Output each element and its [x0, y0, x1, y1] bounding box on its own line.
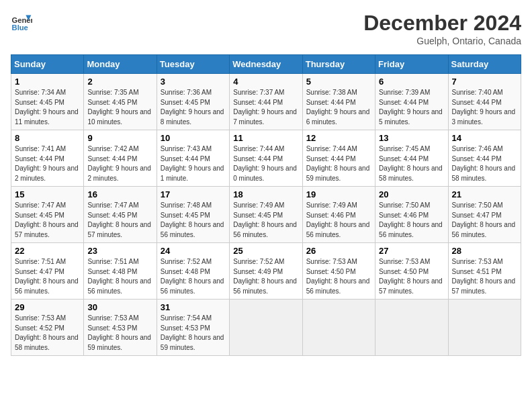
day-detail: Sunrise: 7:52 AMSunset: 4:49 PMDaylight:…: [233, 258, 297, 295]
calendar-week-2: 8 Sunrise: 7:41 AMSunset: 4:44 PMDayligh…: [11, 130, 521, 187]
calendar-cell: 25 Sunrise: 7:52 AMSunset: 4:49 PMDaylig…: [230, 243, 302, 300]
day-number: 4: [233, 77, 298, 87]
day-number: 5: [306, 77, 371, 87]
calendar-cell: 29 Sunrise: 7:53 AMSunset: 4:52 PMDaylig…: [11, 300, 84, 356]
calendar-cell: 18 Sunrise: 7:49 AMSunset: 4:45 PMDaylig…: [230, 187, 302, 243]
calendar-cell: 2 Sunrise: 7:35 AMSunset: 4:45 PMDayligh…: [84, 74, 157, 130]
page-header: General Blue December 2024 Guelph, Ontar…: [11, 11, 521, 46]
calendar-cell: 12 Sunrise: 7:44 AMSunset: 4:44 PMDaylig…: [302, 130, 375, 187]
calendar-body: 1 Sunrise: 7:34 AMSunset: 4:45 PMDayligh…: [11, 74, 521, 356]
calendar-cell: [302, 300, 375, 356]
day-detail: Sunrise: 7:40 AMSunset: 4:44 PMDaylight:…: [452, 89, 516, 126]
day-number: 27: [379, 246, 444, 256]
day-number: 9: [87, 133, 152, 143]
logo: General Blue: [11, 11, 32, 32]
day-detail: Sunrise: 7:49 AMSunset: 4:45 PMDaylight:…: [233, 201, 297, 238]
day-number: 23: [87, 246, 152, 256]
day-number: 19: [306, 189, 371, 199]
day-detail: Sunrise: 7:48 AMSunset: 4:45 PMDaylight:…: [161, 201, 224, 238]
calendar-cell: 7 Sunrise: 7:40 AMSunset: 4:44 PMDayligh…: [448, 74, 521, 130]
calendar-week-1: 1 Sunrise: 7:34 AMSunset: 4:45 PMDayligh…: [11, 74, 521, 130]
calendar-cell: 19 Sunrise: 7:49 AMSunset: 4:46 PMDaylig…: [302, 187, 375, 243]
day-detail: Sunrise: 7:42 AMSunset: 4:44 PMDaylight:…: [87, 145, 151, 182]
calendar-cell: 6 Sunrise: 7:39 AMSunset: 4:44 PMDayligh…: [375, 74, 448, 130]
day-detail: Sunrise: 7:47 AMSunset: 4:45 PMDaylight:…: [15, 201, 79, 238]
day-detail: Sunrise: 7:37 AMSunset: 4:44 PMDaylight:…: [233, 89, 297, 126]
calendar-cell: 16 Sunrise: 7:47 AMSunset: 4:45 PMDaylig…: [84, 187, 157, 243]
day-number: 22: [15, 246, 80, 256]
day-number: 11: [233, 133, 298, 143]
weekday-thursday: Thursday: [302, 55, 375, 74]
day-number: 15: [15, 189, 80, 199]
calendar-cell: [448, 300, 521, 356]
svg-text:Blue: Blue: [12, 24, 28, 32]
calendar-cell: 9 Sunrise: 7:42 AMSunset: 4:44 PMDayligh…: [84, 130, 157, 187]
calendar-table: SundayMondayTuesdayWednesdayThursdayFrid…: [11, 54, 521, 356]
calendar-cell: 14 Sunrise: 7:46 AMSunset: 4:44 PMDaylig…: [448, 130, 521, 187]
day-detail: Sunrise: 7:38 AMSunset: 4:44 PMDaylight:…: [306, 89, 370, 126]
day-number: 31: [161, 302, 226, 312]
day-number: 21: [452, 189, 517, 199]
day-number: 25: [233, 246, 298, 256]
weekday-friday: Friday: [375, 55, 448, 74]
weekday-monday: Monday: [84, 55, 157, 74]
day-detail: Sunrise: 7:51 AMSunset: 4:47 PMDaylight:…: [15, 258, 79, 295]
title-block: December 2024 Guelph, Ontario, Canada: [363, 11, 521, 46]
day-number: 16: [87, 189, 152, 199]
weekday-wednesday: Wednesday: [230, 55, 302, 74]
location: Guelph, Ontario, Canada: [363, 36, 521, 46]
day-detail: Sunrise: 7:51 AMSunset: 4:48 PMDaylight:…: [87, 258, 151, 295]
calendar-cell: 8 Sunrise: 7:41 AMSunset: 4:44 PMDayligh…: [11, 130, 84, 187]
day-detail: Sunrise: 7:44 AMSunset: 4:44 PMDaylight:…: [306, 145, 370, 182]
calendar-cell: 13 Sunrise: 7:45 AMSunset: 4:44 PMDaylig…: [375, 130, 448, 187]
calendar-cell: 21 Sunrise: 7:50 AMSunset: 4:47 PMDaylig…: [448, 187, 521, 243]
day-detail: Sunrise: 7:50 AMSunset: 4:46 PMDaylight:…: [379, 201, 443, 238]
day-number: 10: [161, 133, 226, 143]
day-number: 2: [87, 77, 152, 87]
day-detail: Sunrise: 7:45 AMSunset: 4:44 PMDaylight:…: [379, 145, 443, 182]
day-detail: Sunrise: 7:36 AMSunset: 4:45 PMDaylight:…: [161, 89, 224, 126]
day-number: 1: [15, 77, 80, 87]
day-detail: Sunrise: 7:54 AMSunset: 4:53 PMDaylight:…: [161, 314, 224, 351]
calendar-cell: [375, 300, 448, 356]
calendar-cell: 1 Sunrise: 7:34 AMSunset: 4:45 PMDayligh…: [11, 74, 84, 130]
month-title: December 2024: [363, 11, 521, 36]
calendar-cell: 15 Sunrise: 7:47 AMSunset: 4:45 PMDaylig…: [11, 187, 84, 243]
day-detail: Sunrise: 7:49 AMSunset: 4:46 PMDaylight:…: [306, 201, 370, 238]
calendar-cell: 26 Sunrise: 7:53 AMSunset: 4:50 PMDaylig…: [302, 243, 375, 300]
calendar-cell: 3 Sunrise: 7:36 AMSunset: 4:45 PMDayligh…: [157, 74, 229, 130]
day-number: 29: [15, 302, 80, 312]
calendar-cell: 24 Sunrise: 7:52 AMSunset: 4:48 PMDaylig…: [157, 243, 229, 300]
calendar-cell: 10 Sunrise: 7:43 AMSunset: 4:44 PMDaylig…: [157, 130, 229, 187]
day-number: 28: [452, 246, 517, 256]
day-detail: Sunrise: 7:52 AMSunset: 4:48 PMDaylight:…: [161, 258, 224, 295]
day-detail: Sunrise: 7:44 AMSunset: 4:44 PMDaylight:…: [233, 145, 297, 182]
calendar-cell: 17 Sunrise: 7:48 AMSunset: 4:45 PMDaylig…: [157, 187, 229, 243]
day-number: 30: [87, 302, 152, 312]
day-number: 17: [161, 189, 226, 199]
day-detail: Sunrise: 7:35 AMSunset: 4:45 PMDaylight:…: [87, 89, 151, 126]
day-number: 13: [379, 133, 444, 143]
calendar-cell: 20 Sunrise: 7:50 AMSunset: 4:46 PMDaylig…: [375, 187, 448, 243]
calendar-cell: 22 Sunrise: 7:51 AMSunset: 4:47 PMDaylig…: [11, 243, 84, 300]
calendar-header: SundayMondayTuesdayWednesdayThursdayFrid…: [11, 55, 521, 74]
calendar-week-5: 29 Sunrise: 7:53 AMSunset: 4:52 PMDaylig…: [11, 300, 521, 356]
calendar-cell: 11 Sunrise: 7:44 AMSunset: 4:44 PMDaylig…: [230, 130, 302, 187]
day-number: 8: [15, 133, 80, 143]
weekday-saturday: Saturday: [448, 55, 521, 74]
day-detail: Sunrise: 7:53 AMSunset: 4:50 PMDaylight:…: [379, 258, 443, 295]
weekday-sunday: Sunday: [11, 55, 84, 74]
logo-icon: General Blue: [11, 11, 32, 32]
day-detail: Sunrise: 7:41 AMSunset: 4:44 PMDaylight:…: [15, 145, 79, 182]
day-number: 3: [161, 77, 226, 87]
day-detail: Sunrise: 7:53 AMSunset: 4:51 PMDaylight:…: [452, 258, 516, 295]
calendar-cell: 31 Sunrise: 7:54 AMSunset: 4:53 PMDaylig…: [157, 300, 229, 356]
calendar-cell: 30 Sunrise: 7:53 AMSunset: 4:53 PMDaylig…: [84, 300, 157, 356]
day-detail: Sunrise: 7:53 AMSunset: 4:50 PMDaylight:…: [306, 258, 370, 295]
calendar-cell: 23 Sunrise: 7:51 AMSunset: 4:48 PMDaylig…: [84, 243, 157, 300]
calendar-week-4: 22 Sunrise: 7:51 AMSunset: 4:47 PMDaylig…: [11, 243, 521, 300]
weekday-tuesday: Tuesday: [157, 55, 229, 74]
calendar-cell: 4 Sunrise: 7:37 AMSunset: 4:44 PMDayligh…: [230, 74, 302, 130]
calendar-cell: 28 Sunrise: 7:53 AMSunset: 4:51 PMDaylig…: [448, 243, 521, 300]
day-number: 6: [379, 77, 444, 87]
